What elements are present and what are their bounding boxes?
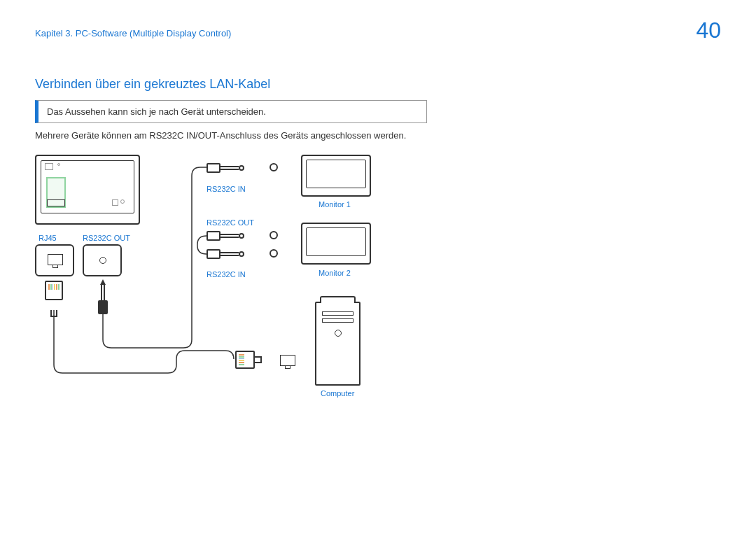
breadcrumb: Kapitel 3. PC-Software (Multiple Display… bbox=[35, 28, 721, 38]
stereo-plug-h-icon bbox=[206, 231, 248, 241]
rj45-plug-icon bbox=[45, 281, 63, 310]
rs232c-out-label: RS232C OUT bbox=[83, 234, 130, 242]
computer-tower-icon bbox=[315, 302, 360, 386]
main-display-icon bbox=[35, 155, 140, 225]
page-number: 40 bbox=[696, 17, 721, 43]
rs232c-in-label-1: RS232C IN bbox=[206, 185, 246, 193]
connection-diagram: RJ45 RS232C OUT bbox=[35, 155, 455, 435]
jack-socket-icon bbox=[270, 163, 278, 171]
body-text: Mehrere Geräte können am RS232C IN/OUT-A… bbox=[35, 130, 721, 141]
jack-socket-icon bbox=[270, 249, 278, 258]
jack-socket-icon bbox=[270, 231, 278, 239]
stereo-plug-icon bbox=[98, 279, 108, 314]
monitor1-label: Monitor 1 bbox=[318, 200, 351, 209]
rs232c-out-label-2: RS232C OUT bbox=[206, 218, 254, 227]
section-title: Verbinden über ein gekreuztes LAN-Kabel bbox=[35, 77, 721, 92]
stereo-plug-h-icon bbox=[206, 249, 248, 259]
note-box: Das Aussehen kann sich je nach Gerät unt… bbox=[35, 100, 427, 123]
monitor2-icon bbox=[301, 223, 371, 265]
stereo-plug-h-icon bbox=[206, 163, 248, 173]
rs232c-out-port-icon bbox=[83, 244, 122, 276]
page-container: Kapitel 3. PC-Software (Multiple Display… bbox=[0, 0, 756, 534]
rj45-port-icon bbox=[35, 244, 74, 276]
ethernet-port-icon bbox=[280, 355, 295, 366]
rj45-plug-h-icon bbox=[235, 351, 265, 369]
rj45-label: RJ45 bbox=[38, 234, 57, 242]
rs232c-in-label-2: RS232C IN bbox=[206, 270, 246, 279]
monitor1-icon bbox=[301, 155, 371, 197]
note-text: Das Aussehen kann sich je nach Gerät unt… bbox=[47, 106, 266, 117]
monitor2-label: Monitor 2 bbox=[318, 269, 351, 277]
computer-label: Computer bbox=[321, 389, 354, 398]
